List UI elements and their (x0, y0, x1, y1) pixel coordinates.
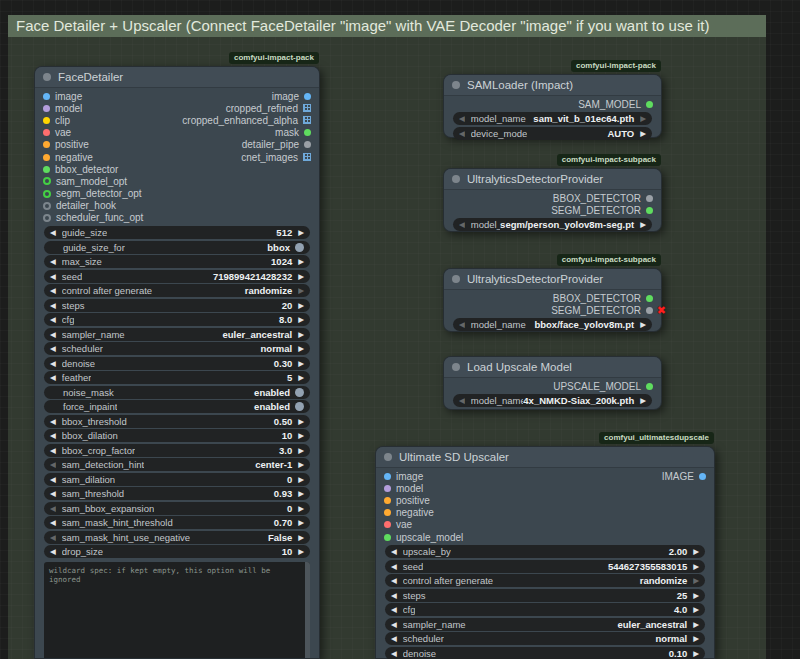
increment-arrow-icon[interactable] (298, 429, 304, 442)
collapse-dot-icon[interactable] (452, 175, 460, 183)
decrement-arrow-icon[interactable] (50, 299, 56, 312)
widget-guide-size-for[interactable]: guide_size_forbbox (44, 241, 310, 254)
decrement-arrow-icon[interactable] (50, 444, 56, 457)
decrement-arrow-icon[interactable] (50, 545, 56, 558)
increment-arrow-icon[interactable] (298, 255, 304, 268)
widget-control-after-generate[interactable]: control after generaterandomize (44, 284, 310, 297)
input-port-scheduler-func-opt[interactable]: scheduler_func_opt (43, 212, 143, 223)
node-ultralytics-bbox-header[interactable]: UltralyticsDetectorProvider (444, 269, 661, 290)
increment-arrow-icon[interactable] (693, 618, 699, 631)
decrement-arrow-icon[interactable] (50, 415, 56, 428)
widget-guide-size[interactable]: guide_size512 (44, 226, 310, 239)
wildcard-textarea[interactable]: wildcard spec: if kept empty, this optio… (44, 562, 310, 658)
widget-bbox-dilation[interactable]: bbox_dilation10 (44, 429, 310, 442)
decrement-arrow-icon[interactable] (50, 531, 56, 544)
decrement-arrow-icon[interactable] (391, 589, 397, 602)
output-port-bbox-detector[interactable]: BBOX_DETECTOR (553, 193, 653, 204)
output-port-cnet-images[interactable]: cnet_images (241, 152, 311, 163)
decrement-arrow-icon[interactable] (50, 458, 56, 471)
increment-arrow-icon[interactable] (693, 603, 699, 616)
toggle-circle-icon[interactable] (295, 402, 304, 411)
node-samloader[interactable]: comfyui-impact-pack SAMLoader (Impact) S… (443, 74, 662, 138)
input-port-vae[interactable]: vae (43, 127, 71, 138)
node-load-upscale-model[interactable]: Load Upscale Model UPSCALE_MODEL model_n… (443, 356, 662, 410)
input-port-negative[interactable]: negative (384, 507, 434, 518)
widget-sam-detection-hint[interactable]: sam_detection_hintcenter-1 (44, 458, 310, 471)
widget-model-name[interactable]: model_namesegm/person_yolov8m-seg.pt (453, 218, 652, 231)
widget-sam-threshold[interactable]: sam_threshold0.93 (44, 487, 310, 500)
decrement-arrow-icon[interactable] (50, 284, 56, 297)
increment-arrow-icon[interactable] (298, 328, 304, 341)
input-port-positive[interactable]: positive (384, 495, 430, 506)
widget-sam-mask-hint-threshold[interactable]: sam_mask_hint_threshold0.70 (44, 516, 310, 529)
increment-arrow-icon[interactable] (693, 545, 699, 558)
increment-arrow-icon[interactable] (693, 574, 699, 587)
increment-arrow-icon[interactable] (298, 415, 304, 428)
decrement-arrow-icon[interactable] (50, 487, 56, 500)
widget-sam-dilation[interactable]: sam_dilation0 (44, 473, 310, 486)
output-port-bbox-detector[interactable]: BBOX_DETECTOR (553, 293, 653, 304)
output-port-cropped-enhanced-alpha[interactable]: cropped_enhanced_alpha (182, 115, 311, 126)
decrement-arrow-icon[interactable] (459, 127, 465, 140)
widget-denoise[interactable]: denoise0.30 (44, 357, 310, 370)
decrement-arrow-icon[interactable] (459, 318, 465, 331)
increment-arrow-icon[interactable] (298, 313, 304, 326)
output-port-segm-detector[interactable]: SEGM_DETECTOR (551, 305, 653, 316)
increment-arrow-icon[interactable] (298, 284, 304, 297)
increment-arrow-icon[interactable] (640, 218, 646, 231)
widget-drop-size[interactable]: drop_size10 (44, 545, 310, 558)
node-facedetailer-header[interactable]: FaceDetailer (35, 67, 319, 88)
collapse-dot-icon[interactable] (452, 275, 460, 283)
decrement-arrow-icon[interactable] (391, 603, 397, 616)
widget-steps[interactable]: steps20 (44, 299, 310, 312)
widget-force-inpaint[interactable]: force_inpaintenabled (44, 400, 310, 413)
widget-cfg[interactable]: cfg4.0 (385, 603, 705, 616)
widget-scheduler[interactable]: schedulernormal (385, 632, 705, 645)
decrement-arrow-icon[interactable] (50, 516, 56, 529)
widget-model-name[interactable]: model_name4x_NMKD-Siax_200k.pth (453, 394, 652, 407)
input-port-clip[interactable]: clip (43, 115, 70, 126)
input-port-sam-model-opt[interactable]: sam_model_opt (43, 176, 127, 187)
decrement-arrow-icon[interactable] (391, 560, 397, 573)
increment-arrow-icon[interactable] (298, 342, 304, 355)
input-port-negative[interactable]: negative (43, 152, 93, 163)
widget-sam-bbox-expansion[interactable]: sam_bbox_expansion0 (44, 502, 310, 515)
widget-upscale-by[interactable]: upscale_by2.00 (385, 545, 705, 558)
node-ultralytics-bbox[interactable]: comfyui-impact-subpack UltralyticsDetect… (443, 268, 662, 332)
group-title-bar[interactable]: Face Detailer + Upscaler (Connect FaceDe… (8, 15, 766, 37)
widget-sampler-name[interactable]: sampler_nameeuler_ancestral (44, 328, 310, 341)
increment-arrow-icon[interactable] (298, 444, 304, 457)
widget-steps[interactable]: steps25 (385, 589, 705, 602)
decrement-arrow-icon[interactable] (50, 357, 56, 370)
collapse-dot-icon[interactable] (452, 363, 460, 371)
node-facedetailer[interactable]: comfyui-impact-pack FaceDetailer image i… (34, 66, 320, 659)
decrement-arrow-icon[interactable] (50, 328, 56, 341)
decrement-arrow-icon[interactable] (391, 545, 397, 558)
collapse-dot-icon[interactable] (43, 73, 51, 81)
input-port-image[interactable]: image (384, 471, 423, 482)
widget-model-name[interactable]: model_namebbox/face_yolov8m.pt (453, 318, 652, 331)
decrement-arrow-icon[interactable] (459, 218, 465, 231)
widget-bbox-crop-factor[interactable]: bbox_crop_factor3.0 (44, 444, 310, 457)
increment-arrow-icon[interactable] (298, 270, 304, 283)
decrement-arrow-icon[interactable] (50, 270, 56, 283)
output-port-detailer-pipe[interactable]: detailer_pipe (242, 139, 311, 150)
output-port-sam-model[interactable]: SAM_MODEL (578, 99, 653, 110)
decrement-arrow-icon[interactable] (50, 502, 56, 515)
decrement-arrow-icon[interactable] (50, 371, 56, 384)
decrement-arrow-icon[interactable] (391, 632, 397, 645)
decrement-arrow-icon[interactable] (391, 618, 397, 631)
decrement-arrow-icon[interactable] (391, 647, 397, 659)
node-ultralytics-segm[interactable]: comfyui-impact-subpack UltralyticsDetect… (443, 168, 662, 232)
widget-sam-mask-hint-use-negative[interactable]: sam_mask_hint_use_negativeFalse (44, 531, 310, 544)
node-load-upscale-header[interactable]: Load Upscale Model (444, 357, 661, 378)
decrement-arrow-icon[interactable] (50, 429, 56, 442)
input-port-upscale-model[interactable]: upscale_model (384, 532, 463, 543)
node-ultimate-upscaler-header[interactable]: Ultimate SD Upscaler (376, 447, 714, 468)
input-port-vae[interactable]: vae (384, 519, 412, 530)
widget-feather[interactable]: feather5 (44, 371, 310, 384)
widget-device-mode[interactable]: device_modeAUTO (453, 127, 652, 140)
widget-control-after-generate[interactable]: control after generaterandomize (385, 574, 705, 587)
output-port-image[interactable]: IMAGE (662, 471, 706, 482)
increment-arrow-icon[interactable] (693, 647, 699, 659)
